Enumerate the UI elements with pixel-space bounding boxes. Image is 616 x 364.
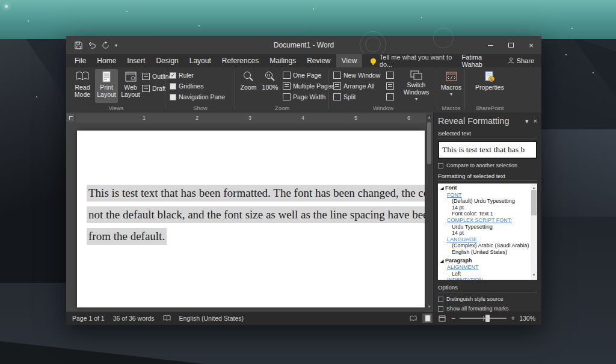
arrange-all-button[interactable]: Arrange All	[333, 82, 374, 90]
tell-me-box[interactable]: Tell me what you want to do...	[371, 54, 461, 68]
distinguish-style-source-checkbox[interactable]: Distinguish style source	[438, 296, 537, 302]
split-button[interactable]: Split	[333, 93, 356, 100]
formatting-label: Formatting of selected text	[438, 173, 537, 181]
web-layout-view-icon[interactable]	[437, 313, 447, 323]
one-page-button[interactable]: One Page	[283, 72, 321, 79]
multiple-pages-button[interactable]: Multiple Pages	[283, 82, 334, 90]
document-scrollbar[interactable]: ▲ ▼	[426, 114, 433, 310]
scroll-down-icon[interactable]: ▼	[531, 272, 537, 279]
tab-insert[interactable]: Insert	[122, 54, 150, 67]
scrollbar-thumb[interactable]	[531, 190, 537, 215]
macros-icon	[446, 69, 457, 84]
list-scrollbar[interactable]: ▲ ▼	[531, 184, 537, 280]
macros-button[interactable]: Macros ▾	[440, 69, 463, 103]
close-button[interactable]: ×	[521, 36, 541, 54]
format-section-paragraph[interactable]: ◢ Paragraph	[439, 258, 529, 265]
zoom-percentage[interactable]: 130%	[519, 315, 535, 322]
share-button[interactable]: Share	[508, 57, 534, 65]
formatting-list[interactable]: ◢ Font FONT (Default) Urdu Typesetting 1…	[438, 184, 537, 280]
page-width-button[interactable]: Page Width	[283, 93, 325, 100]
views-group-label: Views	[69, 105, 164, 111]
view-side-by-side-button[interactable]	[386, 72, 394, 79]
format-link-language[interactable]: LANGUAGE	[439, 236, 529, 243]
titlebar[interactable]: Document1 - Word ▾ ×	[66, 36, 541, 54]
format-section-font[interactable]: ◢ Font	[439, 185, 529, 192]
show-formatting-marks-label: Show all formatting marks	[446, 306, 509, 312]
format-link-complex-script-font[interactable]: COMPLEX SCRIPT FONT:	[439, 217, 529, 224]
tab-layout[interactable]: Layout	[184, 54, 217, 67]
ribbon-view: Read Mode Print Layout Web Layout Outlin…	[66, 67, 541, 113]
synchronous-scrolling-button[interactable]	[386, 82, 394, 90]
page-indicator[interactable]: Page 1 of 1	[72, 315, 105, 322]
draft-button[interactable]: Draft	[142, 85, 166, 92]
pane-options-icon[interactable]: ▾	[525, 117, 529, 125]
word-count[interactable]: 36 of 36 words	[113, 315, 155, 322]
scroll-up-icon[interactable]: ▲	[426, 115, 433, 119]
tab-review[interactable]: Review	[301, 54, 336, 67]
sharepoint-group-label: SharePoint	[467, 105, 513, 111]
horizontal-ruler[interactable]: 1 2 3 4 5 6	[76, 114, 426, 123]
document-area: 1 2 3 4 5 6 This is test text that has b…	[66, 113, 541, 312]
maximize-button[interactable]	[500, 36, 521, 54]
star	[313, 8, 314, 10]
star	[5, 5, 8, 8]
person-icon	[508, 57, 514, 65]
tab-mailings[interactable]: Mailings	[264, 54, 301, 67]
ribbon-group-sharepoint: $ Properties SharePoint	[467, 67, 513, 113]
tab-view[interactable]: View	[336, 54, 363, 67]
zoom-100-button[interactable]: 100%	[260, 69, 280, 103]
account-area: Fatima Wahab Share	[461, 54, 541, 68]
show-formatting-marks-checkbox[interactable]: Show all formatting marks	[438, 306, 537, 312]
selected-text-sample[interactable]: This is test text that has b	[438, 141, 537, 159]
user-name[interactable]: Fatima Wahab	[461, 54, 500, 68]
split-label: Split	[343, 93, 356, 100]
scrollbar-thumb[interactable]	[427, 122, 431, 164]
ruler-number: 1	[143, 115, 146, 121]
read-mode-button[interactable]: Read Mode	[71, 69, 94, 103]
switch-windows-button[interactable]: Switch Windows ▾	[399, 69, 433, 103]
zoom-out-icon[interactable]: −	[451, 314, 455, 322]
print-layout-view-icon[interactable]	[422, 313, 433, 323]
ribbon-group-zoom: Zoom 100% One Page Multiple Pages Page W…	[237, 67, 327, 113]
star	[126, 11, 128, 12]
zoom-in-icon[interactable]: +	[511, 314, 515, 322]
format-link-font[interactable]: FONT	[439, 192, 529, 199]
status-bar: Page 1 of 1 36 of 36 words English (Unit…	[66, 312, 541, 325]
format-value: 14 pt	[439, 230, 529, 236]
format-link-indentation[interactable]: INDENTATION	[439, 277, 529, 280]
wallpaper-lake	[0, 0, 616, 39]
web-layout-button[interactable]: Web Layout	[119, 69, 142, 103]
arrange-all-icon	[333, 82, 341, 90]
compare-selection-checkbox[interactable]: Compare to another selection	[438, 162, 537, 168]
reveal-formatting-pane: Reveal Formatting ▾ × Selected text This…	[433, 113, 541, 312]
read-mode-view-icon[interactable]	[408, 313, 418, 323]
minimize-button[interactable]	[480, 36, 500, 54]
format-link-alignment[interactable]: ALIGNMENT	[439, 264, 529, 271]
tab-selector[interactable]	[67, 114, 74, 122]
ruler-number: 4	[301, 115, 304, 121]
navigation-pane-checkbox[interactable]: Navigation Pane	[170, 93, 225, 100]
zoom-slider[interactable]	[460, 318, 507, 319]
scroll-down-icon[interactable]: ▼	[426, 304, 433, 309]
language-indicator[interactable]: English (United States)	[179, 315, 244, 322]
pane-close-icon[interactable]: ×	[534, 117, 537, 125]
tab-references[interactable]: References	[217, 54, 264, 67]
tab-design[interactable]: Design	[150, 54, 183, 67]
reset-window-position-icon	[386, 93, 394, 100]
proofing-icon[interactable]	[163, 315, 171, 322]
print-layout-button[interactable]: Print Layout	[95, 69, 118, 103]
document-page[interactable]: This is test text that has been formatte…	[77, 131, 425, 307]
tab-home[interactable]: Home	[91, 54, 122, 67]
new-window-button[interactable]: New Window	[333, 72, 380, 79]
zoom-button[interactable]: Zoom	[238, 69, 259, 103]
gridlines-checkbox[interactable]: Gridlines	[170, 82, 203, 90]
ribbon-tab-row: File Home Insert Design Layout Reference…	[66, 54, 541, 67]
ruler-checkbox[interactable]: ✓ Ruler	[170, 72, 194, 79]
ruler-label: Ruler	[179, 72, 194, 79]
properties-button[interactable]: $ Properties	[473, 69, 507, 103]
tab-file[interactable]: File	[66, 54, 91, 67]
chevron-down-icon: ▾	[450, 91, 452, 98]
reset-window-position-button[interactable]	[386, 93, 394, 100]
one-page-label: One Page	[293, 72, 321, 79]
zoom-slider-thumb[interactable]	[485, 315, 490, 322]
